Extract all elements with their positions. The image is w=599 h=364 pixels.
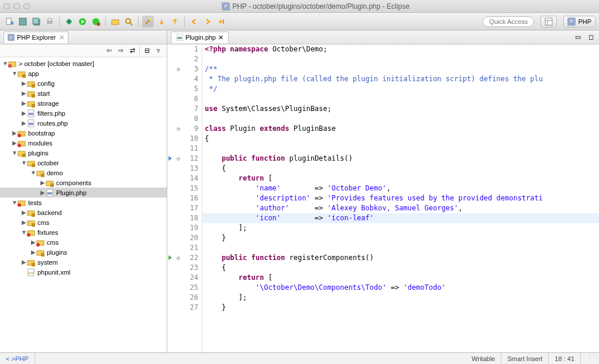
twisty-icon[interactable]: ▶ — [21, 219, 27, 226]
nav-last-edit-button[interactable] — [215, 16, 227, 27]
tree-node[interactable]: ▼demo — [0, 168, 167, 178]
twisty-icon[interactable]: ▼ — [30, 169, 36, 176]
collapse-all-icon[interactable]: ⊟ — [142, 46, 152, 56]
twisty-icon[interactable]: ▶ — [40, 179, 46, 186]
svg-rect-29 — [32, 94, 35, 98]
code-content[interactable]: <?php namespace October\Demo; /** * The … — [202, 44, 599, 352]
tree-node[interactable]: ▼x> october [october master] — [0, 58, 167, 68]
php-perspective-button[interactable]: P PHP — [563, 16, 595, 27]
status-overflow[interactable]: ⋮ — [581, 353, 599, 364]
tree-label: start — [37, 90, 50, 97]
tree-label: backend — [37, 209, 62, 216]
search-button[interactable] — [123, 16, 135, 27]
tree-node[interactable]: ▼fixtures — [0, 227, 167, 237]
svg-point-57 — [27, 233, 30, 237]
tree-node[interactable]: ▶routes.php — [0, 118, 167, 128]
tree-label: tests — [28, 199, 42, 206]
svg-point-13 — [126, 19, 130, 23]
quick-access-input[interactable]: Quick Access — [483, 16, 534, 27]
wand-button[interactable] — [142, 16, 154, 27]
tree-node[interactable]: ▶filters.php — [0, 108, 167, 118]
twisty-icon[interactable]: ▶ — [21, 100, 27, 106]
tree-node[interactable]: ▶start — [0, 88, 167, 98]
twisty-icon[interactable]: ▶ — [12, 130, 18, 136]
twisty-icon[interactable]: ▶ — [30, 239, 36, 245]
folder-pkg-icon — [18, 149, 26, 157]
twisty-icon[interactable]: ▼ — [2, 60, 8, 67]
perspective-label: PHP — [578, 18, 591, 25]
view-menu-icon[interactable]: ▿ — [154, 46, 163, 56]
twisty-icon[interactable]: ▼ — [21, 160, 27, 166]
tree-node[interactable]: ▶system — [0, 257, 167, 267]
tree-node[interactable]: ▶plugins — [0, 247, 167, 257]
run-button[interactable] — [77, 16, 88, 27]
twisty-icon[interactable]: ▼ — [21, 229, 27, 235]
tree-node[interactable]: ▼tests — [0, 197, 167, 207]
tree-node[interactable]: ▼app — [0, 68, 167, 78]
twisty-icon[interactable]: ▶ — [21, 110, 27, 116]
tree-node[interactable]: ▼october — [0, 158, 167, 168]
twisty-icon[interactable]: ▶ — [21, 80, 27, 86]
zoom-window-button[interactable] — [23, 3, 30, 9]
save-all-button[interactable] — [30, 16, 42, 27]
nav-back-button[interactable] — [188, 16, 200, 27]
debug-button[interactable] — [63, 16, 75, 27]
twisty-icon[interactable]: ▶ — [21, 259, 27, 265]
tree-node[interactable]: ▶config — [0, 78, 167, 88]
svg-rect-0 — [6, 18, 11, 25]
tree-node[interactable]: ▶bootstrap — [0, 128, 167, 138]
explorer-tab[interactable]: P PHP Explorer ✕ — [4, 32, 68, 43]
tree-node[interactable]: ▶modules — [0, 138, 167, 148]
tree-node[interactable]: ▶cms — [0, 237, 167, 247]
open-perspective-button[interactable] — [541, 16, 557, 27]
maximize-view-icon[interactable]: ◻ — [586, 33, 595, 42]
annotation-next-button[interactable] — [156, 16, 167, 27]
twisty-icon[interactable]: ▶ — [30, 249, 36, 255]
link-editor-icon[interactable]: ⇄ — [128, 46, 137, 56]
twisty-icon[interactable]: ▼ — [12, 150, 18, 156]
close-icon[interactable]: ✕ — [59, 34, 64, 41]
minimize-window-button[interactable] — [13, 3, 20, 9]
open-type-button[interactable] — [109, 16, 121, 27]
folder-pkg-icon — [27, 258, 35, 266]
twisty-icon[interactable]: ▶ — [40, 189, 46, 196]
twisty-icon[interactable]: ▶ — [21, 90, 27, 96]
forward-icon[interactable]: ⇨ — [116, 46, 125, 56]
window-controls — [4, 3, 30, 9]
tree-node[interactable]: ▼plugins — [0, 148, 167, 158]
new-button[interactable] — [4, 16, 15, 27]
project-tree[interactable]: ▼x> october [october master]▼app▶config▶… — [0, 57, 167, 352]
run-ext-button[interactable] — [90, 16, 102, 27]
tree-label: system — [37, 259, 58, 266]
minimize-view-icon[interactable]: ▭ — [573, 33, 583, 42]
line-gutter[interactable]: 1234567891011121314151617181920212223242… — [175, 44, 202, 352]
print-button[interactable] — [44, 16, 56, 27]
tree-node[interactable]: xmlphpunit.xml — [0, 267, 167, 277]
editor-tab-plugin[interactable]: Plugin.php ✕ — [171, 32, 229, 43]
folder-err-icon — [27, 228, 35, 237]
nav-fwd-button[interactable] — [202, 16, 214, 27]
twisty-icon[interactable]: ▼ — [12, 70, 18, 77]
twisty-icon[interactable]: ▼ — [12, 199, 18, 206]
tree-node[interactable]: ▶components — [0, 178, 167, 188]
tree-node[interactable]: ▶backend — [0, 207, 167, 217]
php-icon: P — [8, 34, 15, 41]
close-icon[interactable]: ✕ — [218, 34, 223, 41]
back-icon[interactable]: ⇦ — [104, 46, 113, 56]
save-button[interactable] — [17, 16, 29, 27]
tree-label: october — [37, 160, 59, 167]
tree-label: plugins — [28, 150, 49, 157]
twisty-icon[interactable]: ▶ — [12, 140, 18, 146]
annotation-prev-button[interactable] — [169, 16, 181, 27]
tree-node[interactable]: ▶Plugin.php — [0, 188, 167, 197]
tree-node[interactable]: ▶storage — [0, 98, 167, 108]
close-window-button[interactable] — [4, 3, 10, 9]
status-bar: < > PHP Writable Smart Insert 18 : 41 ⋮ — [0, 352, 599, 364]
svg-rect-4 — [33, 18, 39, 24]
tree-label: cms — [37, 219, 49, 226]
code-editor[interactable]: 1234567891011121314151617181920212223242… — [167, 44, 599, 352]
svg-point-16 — [149, 18, 152, 20]
tree-node[interactable]: ▶cms — [0, 217, 167, 227]
twisty-icon[interactable]: ▶ — [21, 209, 27, 216]
twisty-icon[interactable]: ▶ — [21, 120, 27, 126]
